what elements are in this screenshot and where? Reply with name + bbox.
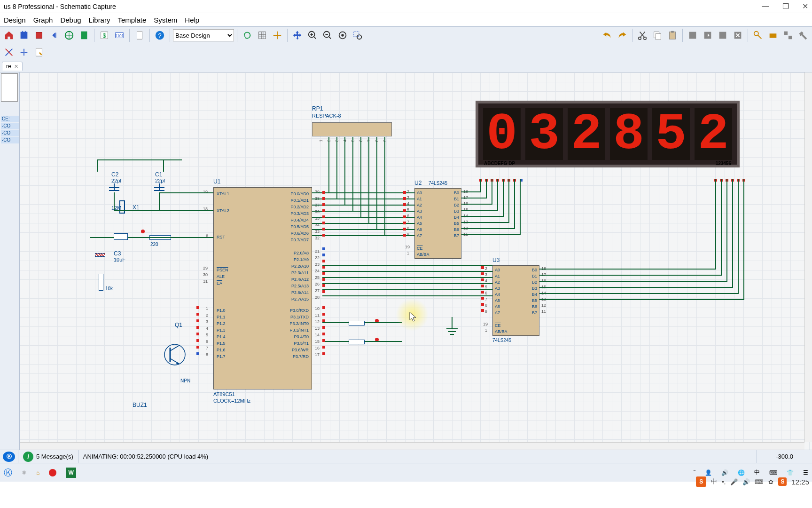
u1-clock: CLOCK=12MHz xyxy=(213,398,250,404)
block-copy-icon[interactable] xyxy=(686,28,700,42)
status-k-icon[interactable]: Ⓚ xyxy=(3,452,15,462)
menu-debug[interactable]: Debug xyxy=(60,16,81,24)
tab-schematic[interactable]: re ✕ xyxy=(2,62,23,71)
pick-icon[interactable] xyxy=(751,28,765,42)
main-area: CE: -CO -CO -CO 0 3 2 8 5 2 ABCDEFG DP 1… xyxy=(0,72,812,450)
clock: 12:25 xyxy=(791,478,809,486)
scrollbar-horizontal[interactable] xyxy=(20,442,804,450)
svg-rect-27 xyxy=(689,32,696,39)
punct-icon[interactable]: •, xyxy=(722,478,726,485)
task-w-icon[interactable]: W xyxy=(66,468,76,478)
menu-graph[interactable]: Graph xyxy=(33,16,53,24)
refresh-icon[interactable] xyxy=(240,28,254,42)
chip-icon[interactable] xyxy=(32,28,46,42)
help-icon[interactable]: ? xyxy=(153,28,167,42)
q1-val: NPN xyxy=(180,378,190,383)
copy-icon[interactable] xyxy=(650,28,664,42)
tab-label: re xyxy=(6,63,11,70)
home-icon[interactable] xyxy=(2,28,16,42)
list-item[interactable]: -CO xyxy=(1,137,19,143)
variant-select[interactable]: Base Design xyxy=(173,29,234,41)
pcb-icon[interactable] xyxy=(17,28,31,42)
overview-thumbnail[interactable] xyxy=(1,73,18,102)
origin-icon[interactable] xyxy=(270,28,284,42)
script-icon[interactable] xyxy=(32,45,46,59)
component-r10k[interactable] xyxy=(99,274,103,291)
zoom-out-icon[interactable] xyxy=(320,28,335,42)
component-button[interactable] xyxy=(349,321,365,325)
svg-text:0101: 0101 xyxy=(115,34,124,38)
component-button[interactable] xyxy=(349,340,365,344)
menu-template[interactable]: Template xyxy=(117,16,146,24)
pan-icon[interactable] xyxy=(290,28,304,42)
component-rp1[interactable] xyxy=(312,122,392,136)
digit-3: 2 xyxy=(568,108,605,160)
schematic-canvas[interactable]: 0 3 2 8 5 2 ABCDEFG DP 123456 RP1 RESPAC… xyxy=(20,72,812,450)
svg-rect-4 xyxy=(55,33,56,38)
digit-4: 8 xyxy=(610,108,648,160)
sogou-icon[interactable]: S xyxy=(696,476,706,487)
x1-ref: X1 xyxy=(133,204,140,211)
hammer-icon[interactable] xyxy=(796,28,810,42)
task-atom-icon[interactable]: ⚛ xyxy=(22,469,27,476)
binary-icon[interactable]: 0101 xyxy=(112,28,126,42)
digit-1: 0 xyxy=(483,108,521,160)
zoom-in-icon[interactable] xyxy=(305,28,320,42)
digit-5: 5 xyxy=(652,108,690,160)
task-home-icon[interactable]: ⌂ xyxy=(36,469,39,476)
tab-close-icon[interactable]: ✕ xyxy=(14,64,18,70)
zoom-area-icon[interactable] xyxy=(351,28,365,42)
block-move-icon[interactable] xyxy=(701,28,715,42)
speaker-icon[interactable]: 🔊 xyxy=(742,478,750,485)
task-k-icon[interactable]: Ⓚ xyxy=(4,467,12,478)
dollar-icon[interactable]: $ xyxy=(97,28,111,42)
minimize-button[interactable]: — xyxy=(762,2,769,11)
globe-icon[interactable] xyxy=(62,28,76,42)
rp1-val: RESPACK-8 xyxy=(312,113,341,119)
component-q1[interactable] xyxy=(161,336,189,373)
menu-system[interactable]: System xyxy=(154,16,177,24)
cut-icon[interactable] xyxy=(635,28,649,42)
window-title: us 8 Professional - Schematic Capture xyxy=(4,3,116,10)
package-icon[interactable] xyxy=(766,28,780,42)
svg-line-39 xyxy=(170,345,180,351)
seven-seg-display[interactable]: 0 3 2 8 5 2 ABCDEFG DP 123456 xyxy=(476,101,740,167)
paste-icon[interactable] xyxy=(665,28,679,42)
sogou-small-icon[interactable]: S xyxy=(778,477,787,486)
svg-rect-26 xyxy=(671,31,674,33)
close-button[interactable]: ✕ xyxy=(802,2,808,11)
grid-icon[interactable] xyxy=(255,28,269,42)
sheet-icon[interactable] xyxy=(77,28,91,42)
list-item[interactable]: -CO xyxy=(1,123,19,129)
scrollbar-vertical[interactable] xyxy=(804,72,812,442)
menu-design[interactable]: Design xyxy=(4,16,26,24)
wire-icon[interactable] xyxy=(2,45,16,59)
ime-icon[interactable]: 中 xyxy=(711,477,717,486)
component-sidebar[interactable]: CE: -CO -CO -CO xyxy=(0,72,20,450)
undo-icon[interactable] xyxy=(600,28,614,42)
status-messages[interactable]: i 5 Message(s) xyxy=(18,450,78,463)
list-item[interactable]: -CO xyxy=(1,130,19,136)
prev-icon[interactable] xyxy=(47,28,61,42)
block-rotate-icon[interactable] xyxy=(716,28,730,42)
svg-rect-11 xyxy=(137,32,142,40)
decompose-icon[interactable] xyxy=(781,28,795,42)
component-u1[interactable]: XTAL1 XTAL2 RST PSEN ALE EA P1.0 P1.1 P1… xyxy=(213,187,312,389)
zoom-fit-icon[interactable] xyxy=(336,28,350,42)
keyboard-icon[interactable]: ⌨ xyxy=(755,478,764,485)
maximize-button[interactable]: ❐ xyxy=(782,2,789,11)
component-u2[interactable]: A0 A1 A2 A3 A4 A5 A6 A7 CE AB/BA B0 B1 B… xyxy=(414,188,461,259)
block-delete-icon[interactable] xyxy=(731,28,745,42)
menu-help[interactable]: Help xyxy=(185,16,199,24)
mic-icon[interactable]: 🎤 xyxy=(730,478,738,485)
record-icon[interactable] xyxy=(49,469,56,476)
net-icon[interactable] xyxy=(17,45,31,59)
doc-icon[interactable] xyxy=(133,28,147,42)
svg-rect-14 xyxy=(259,32,266,39)
list-item[interactable]: CE: xyxy=(1,116,19,122)
tray-chevron-icon[interactable]: ˆ xyxy=(694,469,695,476)
link-icon[interactable]: ✿ xyxy=(768,478,773,485)
component-u3[interactable]: A0 A1 A2 A3 A4 A5 A6 A7 CE AB/BA B0 B1 B… xyxy=(492,265,539,336)
redo-icon[interactable] xyxy=(615,28,629,42)
menu-library[interactable]: Library xyxy=(89,16,110,24)
